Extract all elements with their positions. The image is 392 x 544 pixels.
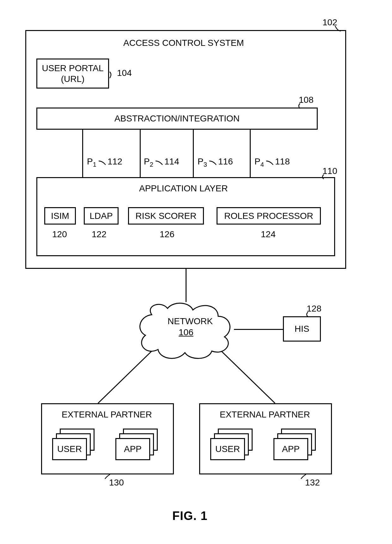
conn-network-right [218,351,281,405]
svg-line-1 [221,351,275,403]
ldap-box: LDAP [84,207,119,225]
tick-114 [155,160,164,165]
diagram-canvas: ACCESS CONTROL SYSTEM 102 USER PORTAL (U… [0,0,392,544]
ref-120: 120 [52,229,67,239]
tick-132 [300,474,307,479]
svg-line-0 [98,351,152,403]
tick-102 [334,25,344,32]
abstraction-box: ABSTRACTION/INTEGRATION [36,108,318,130]
tick-118 [266,160,274,165]
conn-network-left [95,351,158,405]
network-label: NETWORK [168,316,213,326]
p1-label: P1 [87,157,96,168]
user-label-left: USER [57,444,82,454]
ref-122: 122 [92,229,107,239]
his-label: HIS [295,324,309,334]
user-label-right: USER [215,444,240,454]
application-layer-title: APPLICATION LAYER [139,183,228,194]
p4-label: P4 [254,157,264,168]
tick-130 [104,474,111,479]
access-control-system-title: ACCESS CONTROL SYSTEM [123,38,244,48]
ref-130: 130 [109,478,124,488]
app-label-right: APP [282,444,300,454]
abstraction-label: ABSTRACTION/INTEGRATION [114,113,240,124]
roles-label: ROLES PROCESSOR [224,211,313,221]
roles-processor-box: ROLES PROCESSOR [217,207,321,225]
ref-124: 124 [261,229,276,239]
ref-112: 112 [107,157,122,167]
ref-114: 114 [164,157,179,167]
app-label-left: APP [124,444,142,454]
isim-box: ISIM [44,207,76,225]
tick-112 [98,160,107,165]
conn-p4 [250,130,251,177]
ref-106: 106 [179,327,193,337]
conn-p3 [193,130,194,177]
external-partner-left-title: EXTERNAL PARTNER [62,410,152,420]
ref-104: 104 [117,68,132,78]
conn-network-his [234,329,283,330]
conn-p1 [82,130,83,177]
risk-label: RISK SCORER [136,211,197,221]
tick-110 [319,174,326,180]
tick-108 [296,103,302,109]
ldap-label: LDAP [89,211,113,221]
ref-116: 116 [218,157,233,167]
his-box: HIS [283,316,321,342]
p2-label: P2 [144,157,153,168]
ref-132: 132 [305,478,320,488]
external-partner-right-title: EXTERNAL PARTNER [220,410,310,420]
conn-sys-network [186,269,187,302]
tick-116 [209,160,217,165]
tick-104 [109,71,117,79]
p3-label: P3 [198,157,207,168]
ref-118: 118 [275,157,290,167]
tick-128 [303,312,310,317]
ref-126: 126 [160,229,175,239]
risk-scorer-box: RISK SCORER [128,207,204,225]
isim-label: ISIM [51,211,69,221]
user-portal-line1: USER PORTAL [42,63,103,74]
user-portal-box: USER PORTAL (URL) [36,59,109,89]
figure-title: FIG. 1 [172,509,208,523]
user-portal-line2: (URL) [61,74,85,84]
conn-p2 [140,130,141,177]
